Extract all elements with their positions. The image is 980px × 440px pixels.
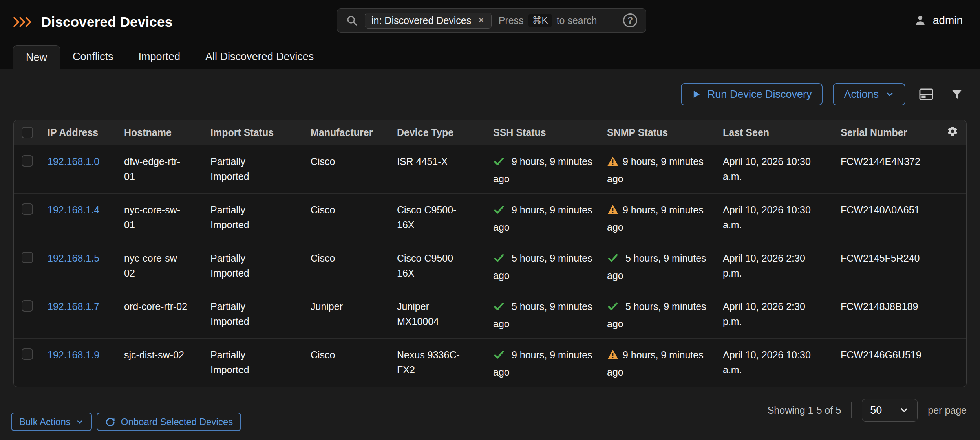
bulk-actions-button[interactable]: Bulk Actions bbox=[11, 412, 92, 431]
column-device-type[interactable]: Device Type bbox=[397, 120, 493, 145]
check-icon bbox=[493, 349, 505, 365]
select-all-checkbox[interactable] bbox=[22, 127, 33, 138]
ip-address-link[interactable]: 192.168.1.5 bbox=[48, 253, 99, 264]
column-serial-number[interactable]: Serial Number bbox=[841, 120, 947, 145]
chevron-down-icon bbox=[76, 418, 84, 426]
devices-table: IP Address Hostname Import Status Manufa… bbox=[13, 120, 967, 387]
last-seen-cell: April 10, 2026 10:30 a.m. bbox=[723, 347, 817, 377]
table-row[interactable]: 192.168.1.0 dfw-edge-rtr-01 Partially Im… bbox=[14, 145, 967, 193]
search-hint-press: Press bbox=[499, 15, 524, 26]
serial-number-cell: FCW2144E4N372 bbox=[841, 156, 920, 167]
brand: Discovered Devices bbox=[13, 14, 172, 30]
row-checkbox[interactable] bbox=[22, 252, 33, 263]
discovered-devices-page: Discovered Devices in: Discovered Device… bbox=[0, 0, 980, 440]
device-type-cell: Nexus 9336C-FX2 bbox=[397, 347, 468, 377]
column-ssh-status[interactable]: SSH Status bbox=[493, 120, 607, 145]
table-row[interactable]: 192.168.1.7 ord-core-rtr-02 Partially Im… bbox=[14, 290, 967, 338]
footer-actions: Bulk Actions Onboard Selected Devices bbox=[11, 412, 241, 431]
manufacturer-cell: Cisco bbox=[311, 253, 335, 264]
ip-address-link[interactable]: 192.168.1.4 bbox=[48, 204, 99, 215]
tab-all-discovered-devices[interactable]: All Discovered Devices bbox=[193, 44, 326, 69]
device-type-cell: Cisco C9500-16X bbox=[397, 251, 468, 280]
serial-number-cell: FCW2145F5R240 bbox=[841, 253, 920, 264]
column-snmp-status[interactable]: SNMP Status bbox=[607, 120, 723, 145]
column-ip-address[interactable]: IP Address bbox=[48, 120, 124, 145]
showing-count: Showing 1-5 of 5 bbox=[768, 405, 841, 416]
brand-chevrons-icon bbox=[13, 15, 33, 29]
last-seen-cell: April 10, 2026 2:30 p.m. bbox=[723, 251, 817, 280]
table-layout-button[interactable] bbox=[916, 88, 937, 101]
check-icon bbox=[607, 252, 619, 268]
row-checkbox[interactable] bbox=[22, 204, 33, 215]
page-size-value: 50 bbox=[870, 404, 882, 416]
actions-button[interactable]: Actions bbox=[833, 83, 905, 105]
ssh-status-text: 5 hours, 9 minutes ago bbox=[493, 301, 592, 329]
tab-imported[interactable]: Imported bbox=[126, 44, 193, 69]
chevron-down-icon bbox=[899, 405, 909, 415]
hostname-cell: nyc-core-sw-01 bbox=[124, 202, 190, 232]
row-checkbox[interactable] bbox=[22, 348, 33, 360]
import-status-cell: Partially Imported bbox=[210, 202, 273, 232]
tab-bar: New Conflicts Imported All Discovered De… bbox=[0, 44, 980, 69]
device-type-cell: Juniper MX10004 bbox=[397, 299, 468, 329]
import-status-cell: Partially Imported bbox=[210, 347, 273, 377]
tab-new[interactable]: New bbox=[13, 45, 60, 69]
last-seen-cell: April 10, 2026 2:30 p.m. bbox=[723, 299, 817, 329]
onboard-selected-devices-button[interactable]: Onboard Selected Devices bbox=[97, 412, 241, 431]
sync-icon bbox=[105, 416, 116, 427]
column-hostname[interactable]: Hostname bbox=[124, 120, 210, 145]
ssh-status-text: 9 hours, 9 minutes ago bbox=[493, 204, 592, 233]
warning-icon bbox=[607, 204, 619, 220]
help-icon[interactable]: ? bbox=[623, 13, 637, 28]
snmp-status-cell: 9 hours, 9 minutes ago bbox=[607, 145, 723, 193]
username: admin bbox=[933, 14, 963, 27]
tab-new-label: New bbox=[26, 51, 47, 64]
column-last-seen[interactable]: Last Seen bbox=[723, 120, 841, 145]
table-header-row: IP Address Hostname Import Status Manufa… bbox=[14, 120, 967, 145]
tab-conflicts[interactable]: Conflicts bbox=[60, 44, 126, 69]
check-icon bbox=[493, 301, 505, 316]
table-row[interactable]: 192.168.1.9 sjc-dist-sw-02 Partially Imp… bbox=[14, 338, 967, 387]
import-status-cell: Partially Imported bbox=[210, 299, 273, 329]
column-import-status[interactable]: Import Status bbox=[210, 120, 311, 145]
search-scope-chip[interactable]: in: Discovered Devices ✕ bbox=[365, 13, 492, 29]
snmp-status-text: 5 hours, 9 minutes ago bbox=[607, 253, 706, 281]
tab-conflicts-label: Conflicts bbox=[73, 51, 113, 63]
search-icon bbox=[346, 15, 358, 26]
toolbar: Run Device Discovery Actions bbox=[681, 83, 967, 105]
check-icon bbox=[493, 156, 505, 171]
filter-icon bbox=[950, 88, 964, 101]
ip-address-link[interactable]: 192.168.1.0 bbox=[48, 156, 99, 167]
table-row[interactable]: 192.168.1.5 nyc-core-sw-02 Partially Imp… bbox=[14, 242, 967, 290]
row-checkbox[interactable] bbox=[22, 300, 33, 312]
user-menu[interactable]: admin bbox=[914, 14, 963, 27]
column-manufacturer[interactable]: Manufacturer bbox=[311, 120, 397, 145]
chevron-down-icon bbox=[885, 90, 894, 99]
page-title: Discovered Devices bbox=[41, 14, 172, 30]
page-size-select[interactable]: 50 bbox=[862, 399, 918, 422]
check-icon bbox=[493, 204, 505, 220]
ssh-status-cell: 9 hours, 9 minutes ago bbox=[493, 145, 607, 193]
device-type-cell: ISR 4451-X bbox=[397, 154, 448, 169]
run-device-discovery-button[interactable]: Run Device Discovery bbox=[681, 83, 823, 105]
ssh-status-cell: 5 hours, 9 minutes ago bbox=[493, 242, 607, 290]
global-search-input[interactable]: in: Discovered Devices ✕ Press ⌘K to sea… bbox=[337, 8, 646, 33]
filter-button[interactable] bbox=[947, 88, 967, 101]
ssh-status-text: 9 hours, 9 minutes ago bbox=[493, 349, 592, 378]
row-checkbox[interactable] bbox=[22, 155, 33, 167]
device-type-cell: Cisco C9500-16X bbox=[397, 202, 468, 232]
ssh-status-text: 9 hours, 9 minutes ago bbox=[493, 156, 592, 184]
snmp-status-cell: 9 hours, 9 minutes ago bbox=[607, 338, 723, 387]
snmp-status-text: 9 hours, 9 minutes ago bbox=[607, 204, 704, 233]
top-bar: Discovered Devices in: Discovered Device… bbox=[0, 0, 980, 44]
manufacturer-cell: Cisco bbox=[311, 204, 335, 215]
table-row[interactable]: 192.168.1.4 nyc-core-sw-01 Partially Imp… bbox=[14, 193, 967, 242]
content-area: Run Device Discovery Actions bbox=[0, 69, 980, 440]
ip-address-link[interactable]: 192.168.1.9 bbox=[48, 349, 99, 360]
divider bbox=[851, 402, 852, 418]
search-scope-label: in: Discovered Devices bbox=[371, 15, 471, 26]
ip-address-link[interactable]: 192.168.1.7 bbox=[48, 301, 99, 312]
chip-close-icon[interactable]: ✕ bbox=[477, 16, 485, 25]
column-settings-gear-icon[interactable] bbox=[947, 125, 958, 137]
table-layout-icon bbox=[919, 88, 934, 101]
